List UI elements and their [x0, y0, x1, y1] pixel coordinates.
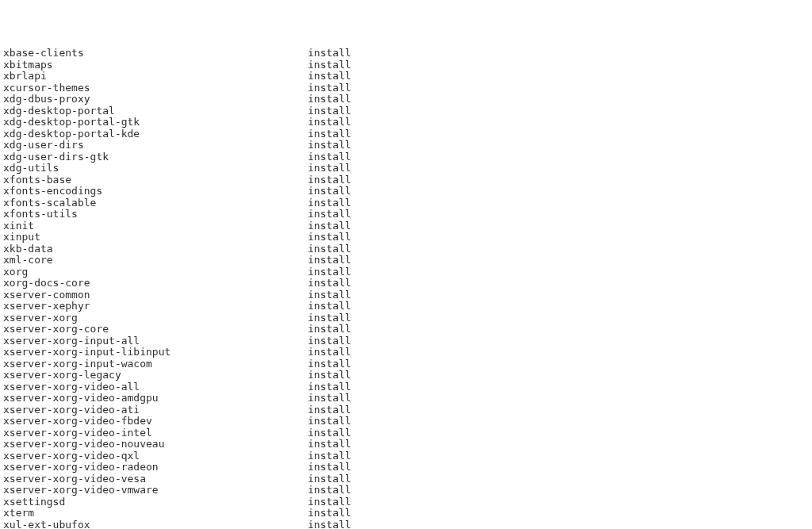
package-name: xinit [3, 220, 308, 232]
package-name: xserver-xephyr [3, 301, 308, 312]
package-name: xorg-docs-core [3, 278, 308, 289]
package-name: xserver-xorg-video-qxl [3, 450, 308, 462]
package-status: install [308, 140, 351, 151]
package-name: xserver-xorg-video-ati [3, 404, 308, 416]
package-row: xfonts-scalableinstall [3, 197, 809, 209]
package-row: xserver-xorg-video-qxlinstall [3, 450, 809, 462]
package-status: install [308, 255, 351, 266]
package-status: install [308, 117, 351, 128]
package-name: xsettingsd [3, 496, 308, 508]
package-row: xdg-user-dirs-gtkinstall [3, 151, 809, 163]
package-status: install [308, 266, 351, 278]
package-name: xserver-xorg-input-all [3, 335, 308, 347]
package-row: xserver-xorg-video-nouveauinstall [3, 439, 809, 450]
package-status: install [308, 416, 351, 427]
package-status: install [308, 301, 351, 312]
package-row: xserver-xorg-input-allinstall [3, 335, 809, 347]
package-row: xserver-xorg-input-libinputinstall [3, 347, 809, 358]
package-status: install [308, 393, 351, 404]
package-status: install [308, 186, 351, 197]
package-status: install [308, 197, 351, 209]
package-name: xkb-data [3, 243, 308, 255]
package-name: xserver-xorg-legacy [3, 370, 308, 381]
package-name: xfonts-encodings [3, 186, 308, 197]
package-row: xserver-commoninstall [3, 289, 809, 301]
package-status: install [308, 232, 351, 243]
package-row: xdg-dbus-proxyinstall [3, 94, 809, 105]
package-row: xsettingsdinstall [3, 496, 809, 508]
package-status: install [308, 462, 351, 473]
package-row: xinputinstall [3, 232, 809, 243]
package-status: install [308, 404, 351, 416]
package-status: install [308, 289, 351, 301]
package-name: xdg-utils [3, 163, 308, 174]
package-row: xserver-xorg-video-amdgpuinstall [3, 393, 809, 404]
package-status: install [308, 163, 351, 174]
package-name: xserver-xorg-input-libinput [3, 347, 308, 358]
package-name: xserver-common [3, 289, 308, 301]
package-row: xorginstall [3, 266, 809, 278]
package-status: install [308, 439, 351, 450]
package-name: xdg-user-dirs-gtk [3, 151, 308, 163]
package-status: install [308, 128, 351, 140]
package-name: xserver-xorg [3, 312, 308, 324]
package-status: install [308, 105, 351, 117]
package-name: xterm [3, 508, 308, 519]
package-status: install [308, 174, 351, 186]
package-status: install [308, 473, 351, 485]
package-row: xbitmapsinstall [3, 59, 809, 71]
package-row: xserver-xorg-video-atiinstall [3, 404, 809, 416]
package-name: xcursor-themes [3, 82, 308, 94]
package-row: xcursor-themesinstall [3, 82, 809, 94]
package-row: xbase-clientsinstall [3, 48, 809, 59]
package-row: xserver-xorg-video-vesainstall [3, 473, 809, 485]
package-status: install [308, 358, 351, 370]
package-name: xserver-xorg-video-all [3, 381, 308, 393]
package-status: install [308, 450, 351, 462]
package-status: install [308, 324, 351, 335]
package-status: install [308, 151, 351, 163]
package-status: install [308, 209, 351, 220]
package-row: xserver-xorg-video-fbdevinstall [3, 416, 809, 427]
package-name: xfonts-scalable [3, 197, 308, 209]
package-status: install [308, 71, 351, 82]
package-name: xbitmaps [3, 59, 308, 71]
package-name: xfonts-utils [3, 209, 308, 220]
package-name: xdg-desktop-portal-kde [3, 128, 308, 140]
package-status: install [308, 508, 351, 519]
package-row: xserver-xorg-input-wacominstall [3, 358, 809, 370]
package-row: xdg-user-dirsinstall [3, 140, 809, 151]
package-row: xfonts-baseinstall [3, 174, 809, 186]
package-name: xdg-user-dirs [3, 140, 308, 151]
package-status: install [308, 427, 351, 439]
package-status: install [308, 82, 351, 94]
package-name: xbase-clients [3, 48, 308, 59]
package-row: xfonts-encodingsinstall [3, 186, 809, 197]
package-status: install [308, 48, 351, 59]
package-row: xserver-xorg-coreinstall [3, 324, 809, 335]
package-status: install [308, 485, 351, 496]
package-row: xinitinstall [3, 220, 809, 232]
package-row: xserver-xorg-video-vmwareinstall [3, 485, 809, 496]
package-status: install [308, 519, 351, 530]
package-name: xserver-xorg-video-vmware [3, 485, 308, 496]
package-status: install [308, 335, 351, 347]
package-status: install [308, 243, 351, 255]
package-row: xbrlapiinstall [3, 71, 809, 82]
package-row: xterminstall [3, 508, 809, 519]
package-list: xbase-clientsinstallxbitmapsinstallxbrla… [3, 48, 809, 529]
package-row: xserver-xorg-video-allinstall [3, 381, 809, 393]
package-name: xserver-xorg-video-fbdev [3, 416, 308, 427]
package-status: install [308, 312, 351, 324]
package-name: xserver-xorg-video-amdgpu [3, 393, 308, 404]
package-status: install [308, 370, 351, 381]
package-row: xdg-desktop-portal-gtkinstall [3, 117, 809, 128]
package-name: xbrlapi [3, 71, 308, 82]
package-row: xdg-desktop-portalinstall [3, 105, 809, 117]
package-row: xul-ext-ubufoxinstall [3, 519, 809, 530]
package-row: xfonts-utilsinstall [3, 209, 809, 220]
package-row: xserver-xorg-video-radeoninstall [3, 462, 809, 473]
package-name: xml-core [3, 255, 308, 266]
package-row: xserver-xorg-video-intelinstall [3, 427, 809, 439]
package-status: install [308, 59, 351, 71]
